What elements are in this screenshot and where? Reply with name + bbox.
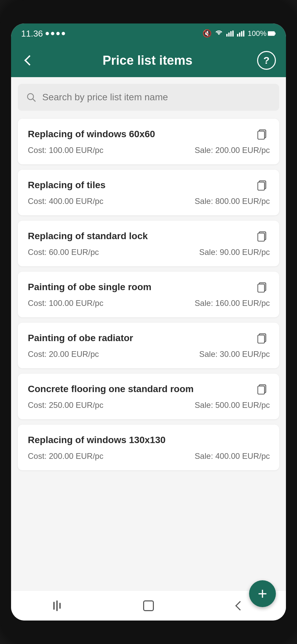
svg-rect-11 xyxy=(258,284,264,292)
svg-rect-15 xyxy=(258,386,264,394)
item-cost: Cost: 200.00 EUR/pc xyxy=(28,451,103,461)
item-name: Replacing of standard lock xyxy=(28,230,255,242)
svg-rect-7 xyxy=(258,182,264,190)
item-cost: Cost: 60.00 EUR/pc xyxy=(28,248,99,257)
svg-rect-13 xyxy=(258,335,264,343)
price-list-items: Replacing of windows 60x60 Cost: 100.00 … xyxy=(18,119,279,504)
svg-rect-0 xyxy=(268,32,275,36)
item-sale: Sale: 30.00 EUR/pc xyxy=(199,350,270,359)
copy-button[interactable] xyxy=(255,331,270,345)
plus-icon: + xyxy=(258,586,267,590)
mute-icon: 🔇 xyxy=(202,29,212,38)
copy-button[interactable] xyxy=(255,178,270,193)
item-header: Replacing of windows 60x60 xyxy=(28,128,270,142)
list-item: Replacing of standard lock Cost: 60.00 E… xyxy=(18,221,279,266)
signal-bars-2 xyxy=(237,31,244,37)
item-sale: Sale: 500.00 EUR/pc xyxy=(195,400,270,410)
item-cost: Cost: 250.00 EUR/pc xyxy=(28,400,103,410)
content-area: Replacing of windows 60x60 Cost: 100.00 … xyxy=(11,77,286,590)
item-details: Cost: 20.00 EUR/pc Sale: 30.00 EUR/pc xyxy=(28,350,270,359)
item-sale: Sale: 160.00 EUR/pc xyxy=(195,299,270,308)
item-name: Replacing of tiles xyxy=(28,179,255,191)
back-nav-icon xyxy=(235,601,245,610)
back-button[interactable] xyxy=(21,52,38,69)
item-cost: Cost: 100.00 EUR/pc xyxy=(28,146,103,155)
item-header: Replacing of windows 130x130 xyxy=(28,434,270,447)
copy-button[interactable] xyxy=(255,127,270,142)
list-item: Replacing of windows 60x60 Cost: 100.00 … xyxy=(18,119,279,164)
item-header: Replacing of standard lock xyxy=(28,230,270,244)
item-cost: Cost: 400.00 EUR/pc xyxy=(28,197,103,206)
item-details: Cost: 100.00 EUR/pc Sale: 200.00 EUR/pc xyxy=(28,146,270,155)
cloud-icon xyxy=(46,32,49,35)
item-details: Cost: 200.00 EUR/pc Sale: 400.00 EUR/pc xyxy=(28,451,270,461)
item-sale: Sale: 90.00 EUR/pc xyxy=(199,248,270,257)
phone-screen: 11.36 🔇 xyxy=(11,23,286,621)
list-item: Painting of obe single room Cost: 100.00… xyxy=(18,272,279,317)
svg-rect-1 xyxy=(275,33,276,35)
page-title: Price list items xyxy=(38,53,257,68)
item-details: Cost: 250.00 EUR/pc Sale: 500.00 EUR/pc xyxy=(28,400,270,410)
item-name: Replacing of windows 60x60 xyxy=(28,128,255,140)
battery-icon: 100% xyxy=(248,29,276,38)
status-bar: 11.36 🔇 xyxy=(11,23,286,44)
item-details: Cost: 400.00 EUR/pc Sale: 800.00 EUR/pc xyxy=(28,197,270,206)
item-header: Painting of obe single room xyxy=(28,281,270,294)
search-icon xyxy=(26,92,36,102)
add-button[interactable]: + xyxy=(249,580,276,590)
item-cost: Cost: 20.00 EUR/pc xyxy=(28,350,99,359)
item-sale: Sale: 200.00 EUR/pc xyxy=(195,146,270,155)
search-bar[interactable] xyxy=(18,84,279,111)
navigation-bar xyxy=(11,590,286,621)
search-input[interactable] xyxy=(42,92,271,103)
wifi-icon xyxy=(215,29,223,38)
help-icon: ? xyxy=(263,55,270,66)
grid-icon xyxy=(56,32,60,35)
copy-button[interactable] xyxy=(255,229,270,244)
status-time: 11.36 xyxy=(21,29,43,39)
item-header: Replacing of tiles xyxy=(28,179,270,193)
app-header: Price list items ? xyxy=(11,44,286,77)
dot-icon xyxy=(62,32,65,35)
image-icon xyxy=(51,32,54,35)
item-details: Cost: 100.00 EUR/pc Sale: 160.00 EUR/pc xyxy=(28,299,270,308)
home-icon xyxy=(143,600,154,611)
svg-rect-5 xyxy=(258,131,264,139)
list-item: Replacing of tiles Cost: 400.00 EUR/pc S… xyxy=(18,170,279,215)
back-nav-button[interactable] xyxy=(227,596,253,616)
list-item: Concrete flooring one standard room Cost… xyxy=(18,374,279,419)
item-details: Cost: 60.00 EUR/pc Sale: 90.00 EUR/pc xyxy=(28,248,270,257)
menu-icon xyxy=(53,600,61,611)
copy-button[interactable] xyxy=(255,280,270,294)
item-cost: Cost: 100.00 EUR/pc xyxy=(28,299,103,308)
item-name: Painting of obe single room xyxy=(28,281,255,293)
home-nav-button[interactable] xyxy=(135,596,162,616)
item-name: Concrete flooring one standard room xyxy=(28,383,255,395)
item-name: Replacing of windows 130x130 xyxy=(28,434,255,446)
help-button[interactable]: ? xyxy=(257,51,276,70)
item-name: Painting of obe radiator xyxy=(28,332,255,344)
item-header: Painting of obe radiator xyxy=(28,332,270,345)
item-sale: Sale: 800.00 EUR/pc xyxy=(195,197,270,206)
item-sale: Sale: 400.00 EUR/pc xyxy=(195,451,270,461)
list-item: Replacing of windows 130x130 Cost: 200.0… xyxy=(18,425,279,470)
signal-bars-1 xyxy=(226,31,234,37)
svg-rect-9 xyxy=(258,233,264,241)
back-chevron-icon xyxy=(24,55,35,65)
svg-line-3 xyxy=(33,99,36,102)
copy-button[interactable] xyxy=(255,382,270,396)
menu-nav-button[interactable] xyxy=(44,596,70,616)
status-right: 🔇 xyxy=(202,29,276,38)
status-icons xyxy=(46,32,65,35)
list-item: Painting of obe radiator Cost: 20.00 EUR… xyxy=(18,323,279,368)
phone-frame: 11.36 🔇 xyxy=(0,0,297,644)
status-left: 11.36 xyxy=(21,29,65,39)
item-header: Concrete flooring one standard room xyxy=(28,383,270,396)
